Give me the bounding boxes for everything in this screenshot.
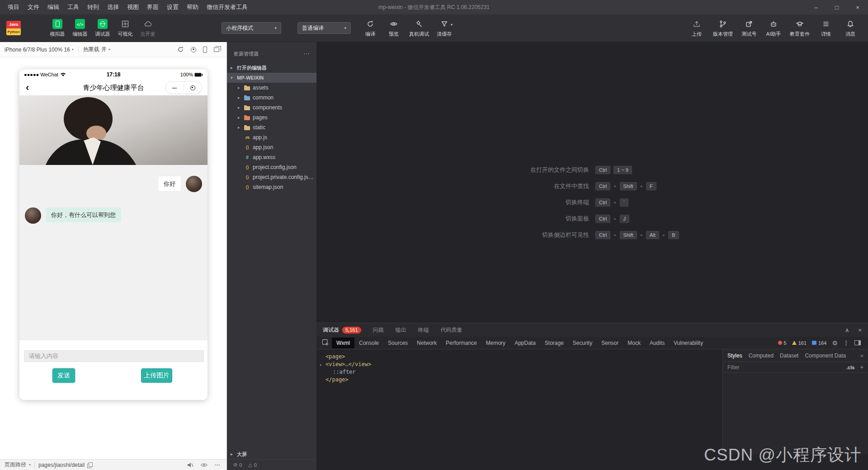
expand-arrow-icon[interactable]: ▸: [320, 361, 322, 369]
devtools-tab[interactable]: Console: [354, 338, 383, 348]
devtools-tab[interactable]: Audits: [645, 338, 669, 348]
wxml-node-line[interactable]: </page>: [316, 376, 722, 384]
menu-item[interactable]: 工具: [63, 0, 83, 14]
preview-button[interactable]: 预览: [382, 19, 405, 38]
edu-kit-button[interactable]: 教育套件: [787, 19, 813, 38]
overflow-chevrons-icon[interactable]: »: [860, 352, 863, 359]
close-button[interactable]: ×: [847, 0, 868, 14]
ai-assistant-button[interactable]: AI助手: [762, 19, 785, 38]
menu-item[interactable]: 界面: [143, 0, 163, 14]
console-info-count[interactable]: 164: [812, 340, 826, 346]
menu-item[interactable]: 项目: [4, 0, 24, 14]
home-button[interactable]: [184, 85, 202, 90]
wxml-node-line[interactable]: <page>: [316, 353, 722, 361]
tree-item[interactable]: ▸ components: [227, 103, 316, 113]
devtools-tab[interactable]: AppData: [510, 338, 540, 348]
settings-gear-icon[interactable]: ⚙: [832, 339, 838, 347]
warning-count[interactable]: △ 0: [248, 462, 257, 468]
tree-item[interactable]: ▸ common: [227, 93, 316, 103]
debugger-panel-tab[interactable]: 调试器 5,161: [323, 326, 361, 334]
more-button[interactable]: ···: [165, 85, 184, 91]
tree-item[interactable]: ▸ app.wxss: [227, 152, 316, 162]
record-icon[interactable]: [191, 47, 196, 52]
device-selector[interactable]: iPhone 6/7/8 Plus 100% 16 ▾: [5, 47, 74, 53]
cloud-dev-button[interactable]: 云开发: [137, 19, 159, 38]
compile-button[interactable]: 编译: [359, 19, 382, 38]
collapse-panel-icon[interactable]: ∧: [845, 327, 849, 334]
devtools-tab[interactable]: Sensor: [597, 338, 623, 348]
send-button[interactable]: 发送: [52, 368, 75, 383]
details-button[interactable]: 详情: [815, 19, 837, 38]
copy-icon[interactable]: [87, 462, 92, 468]
menu-item[interactable]: 选择: [103, 0, 123, 14]
devtools-tab[interactable]: Mock: [623, 338, 645, 348]
refresh-icon[interactable]: [177, 46, 184, 53]
big-screen-section[interactable]: ▸ 大屏: [227, 449, 316, 459]
menu-item[interactable]: 微信开发者工具: [203, 0, 252, 14]
debugger-panel-tab[interactable]: 代码质量: [441, 326, 462, 334]
console-error-count[interactable]: 5: [778, 340, 787, 346]
styles-panel-tab[interactable]: Computed: [749, 352, 774, 359]
debugger-toggle-button[interactable]: 调试器: [91, 19, 114, 38]
cls-toggle[interactable]: .cls: [846, 365, 854, 370]
devtools-tab[interactable]: Security: [568, 338, 597, 348]
inspect-element-icon[interactable]: [320, 338, 331, 348]
tree-item[interactable]: ▸ assets: [227, 83, 316, 93]
error-count[interactable]: ⊘ 0: [233, 462, 242, 468]
tree-item[interactable]: ▸ sitemap.json: [227, 182, 316, 192]
console-warning-count[interactable]: 161: [792, 340, 807, 346]
messages-button[interactable]: 消息: [839, 19, 862, 38]
test-account-button[interactable]: 测试号: [738, 19, 760, 38]
back-button[interactable]: ‹: [26, 83, 29, 92]
tree-item[interactable]: ▸ app.json: [227, 142, 316, 152]
debugger-panel-tab[interactable]: 问题: [373, 326, 384, 334]
visualization-button[interactable]: 可视化: [114, 19, 137, 38]
wxml-node-line[interactable]: ::after: [316, 368, 722, 376]
multi-window-icon[interactable]: [214, 47, 219, 52]
more-options-icon[interactable]: ···: [215, 462, 220, 468]
debugger-panel-tab[interactable]: 终端: [418, 326, 429, 334]
tree-item[interactable]: ▸ pages: [227, 113, 316, 122]
close-panel-icon[interactable]: ×: [858, 327, 862, 334]
tree-item[interactable]: ▸ static: [227, 122, 316, 132]
eye-icon[interactable]: [201, 463, 208, 467]
tree-item[interactable]: ▸ app.js: [227, 132, 316, 142]
styles-panel-tab[interactable]: Component Data: [805, 352, 846, 359]
styles-panel-tab[interactable]: Dataset: [780, 352, 798, 359]
tree-item[interactable]: ▸ project.config.json: [227, 162, 316, 172]
upload-image-button[interactable]: 上传图片: [141, 368, 172, 383]
tree-item[interactable]: ▸ project.private.config.js…: [227, 172, 316, 182]
clear-cache-button[interactable]: ▾ 清缓存: [433, 19, 456, 38]
devtools-tab[interactable]: Vulnerability: [669, 338, 708, 348]
devtools-tab[interactable]: Sources: [383, 338, 412, 348]
more-actions-icon[interactable]: ···: [304, 51, 310, 56]
upload-button[interactable]: 上传: [685, 19, 708, 38]
page-path-label[interactable]: 页面路径: [5, 461, 26, 469]
debugger-panel-tab[interactable]: 输出: [396, 326, 406, 334]
maximize-button[interactable]: □: [826, 0, 847, 14]
devtools-tab[interactable]: Memory: [481, 338, 510, 348]
devtools-tab[interactable]: Performance: [441, 338, 481, 348]
menu-item[interactable]: 文件: [24, 0, 43, 14]
minimize-button[interactable]: –: [806, 0, 826, 14]
menu-item[interactable]: 转到: [83, 0, 103, 14]
project-root-item[interactable]: ▾ MP-WEIXIN: [227, 73, 316, 83]
editor-toggle-button[interactable]: 编辑器: [69, 19, 91, 38]
device-debug-button[interactable]: 真机调试: [406, 19, 432, 38]
more-options-icon[interactable]: ⋮: [843, 339, 849, 346]
mute-icon[interactable]: [187, 462, 193, 468]
menu-item[interactable]: 视图: [123, 0, 143, 14]
devtools-tab[interactable]: Storage: [540, 338, 568, 348]
device-frame-icon[interactable]: [203, 47, 207, 53]
devtools-tab[interactable]: Network: [412, 338, 441, 348]
filter-input[interactable]: Filter: [727, 364, 740, 371]
dock-side-icon[interactable]: [854, 340, 861, 345]
menu-item[interactable]: 编辑: [43, 0, 63, 14]
open-editors-section[interactable]: ▸ 打开的编辑器: [227, 63, 316, 73]
menu-item[interactable]: 设置: [163, 0, 183, 14]
version-control-button[interactable]: 版本管理: [710, 19, 736, 38]
mode-select[interactable]: 小程序模式 ▾: [222, 22, 281, 34]
hot-reload-toggle[interactable]: 热重载 开 ▾: [83, 46, 110, 53]
simulator-toggle-button[interactable]: 模拟器: [46, 19, 69, 38]
devtools-tab[interactable]: Wxml: [332, 338, 354, 348]
